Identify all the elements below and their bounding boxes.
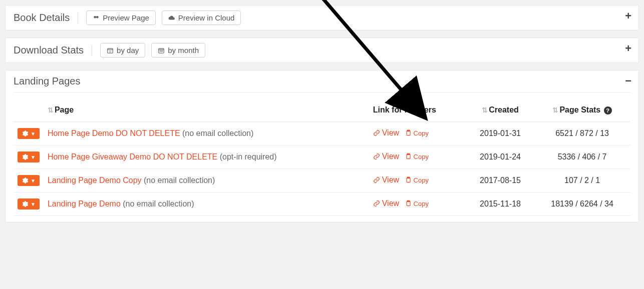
book-details-header: Book Details Preview Page Preview in Clo… <box>6 6 638 30</box>
download-stats-header: Download Stats 31 by day by month <box>6 38 638 62</box>
copy-link[interactable]: Copy <box>405 153 429 160</box>
expand-book-details-button[interactable]: + <box>625 10 631 22</box>
landing-page-link[interactable]: Landing Page Demo <box>48 200 121 208</box>
divider <box>14 92 630 92</box>
page-stats: 107 / 2 / 1 <box>534 169 630 192</box>
sort-icon: ⇅ <box>48 106 53 114</box>
copy-link[interactable]: Copy <box>405 200 429 208</box>
book-details-panel: Book Details Preview Page Preview in Clo… <box>5 5 639 30</box>
landing-pages-header: Landing Pages <box>6 70 638 92</box>
calendar-month-icon <box>158 47 165 54</box>
landing-page-link[interactable]: Home Page Giveaway Demo DO NOT DELETE <box>48 152 217 161</box>
view-link[interactable]: View <box>373 199 399 208</box>
page-stats: 6521 / 872 / 13 <box>534 122 630 146</box>
table-row: ▼ Landing Page Demo Copy (no email colle… <box>14 169 630 192</box>
col-created-header[interactable]: ⇅Created <box>467 98 534 122</box>
gear-icon <box>22 130 29 137</box>
landing-pages-title: Landing Pages <box>14 76 80 87</box>
created-date: 2015-11-18 <box>467 192 534 216</box>
expand-download-stats-button[interactable]: + <box>625 43 631 54</box>
landing-page-note: (no email collection) <box>180 129 254 138</box>
col-link-header: Link for Readers <box>369 98 467 122</box>
link-icon <box>373 130 380 136</box>
copy-link[interactable]: Copy <box>405 130 429 137</box>
by-month-label: by month <box>168 46 199 54</box>
landing-page-note: (opt-in required) <box>217 152 276 161</box>
svg-text:31: 31 <box>109 50 112 52</box>
sort-icon: ⇅ <box>552 106 557 114</box>
table-row: ▼ Home Page Giveaway Demo DO NOT DELETE … <box>14 146 630 169</box>
preview-page-label: Preview Page <box>103 14 149 22</box>
landing-page-link[interactable]: Home Page Demo DO NOT DELETE <box>48 129 180 138</box>
view-link[interactable]: View <box>373 128 399 138</box>
by-month-button[interactable]: by month <box>151 43 205 58</box>
caret-down-icon: ▼ <box>31 131 36 136</box>
landing-pages-body: ⇅Page Link for Readers ⇅Created ⇅Page St… <box>6 92 638 222</box>
link-icon <box>373 176 380 184</box>
link-icon <box>373 153 380 160</box>
created-date: 2017-08-15 <box>467 169 534 192</box>
download-stats-panel: Download Stats 31 by day by month + <box>5 38 639 63</box>
divider <box>78 12 78 24</box>
gear-icon <box>22 154 29 160</box>
caret-down-icon: ▼ <box>31 178 36 184</box>
preview-cloud-button[interactable]: Preview in Cloud <box>162 10 241 25</box>
binoculars-icon <box>93 14 100 22</box>
preview-page-button[interactable]: Preview Page <box>86 10 156 25</box>
row-actions-button[interactable]: ▼ <box>18 198 40 210</box>
table-row: ▼ Home Page Demo DO NOT DELETE (no email… <box>14 122 630 146</box>
divider <box>92 45 92 56</box>
caret-down-icon: ▼ <box>31 154 36 160</box>
download-stats-title: Download Stats <box>14 44 84 56</box>
landing-page-link[interactable]: Landing Page Demo Copy <box>48 176 142 184</box>
by-day-label: by day <box>117 46 139 54</box>
landing-pages-table: ⇅Page Link for Readers ⇅Created ⇅Page St… <box>14 98 630 216</box>
clipboard-icon <box>405 200 412 207</box>
landing-page-note: (no email collection) <box>121 200 194 208</box>
cloud-icon <box>168 14 175 22</box>
clipboard-icon <box>405 153 412 160</box>
help-icon[interactable]: ? <box>604 106 612 114</box>
created-date: 2019-01-31 <box>467 122 534 146</box>
copy-link[interactable]: Copy <box>405 176 429 184</box>
col-page-header[interactable]: ⇅Page <box>44 98 369 122</box>
page-stats: 5336 / 406 / 7 <box>534 146 630 169</box>
landing-page-note: (no email collection) <box>142 176 215 184</box>
gear-icon <box>22 200 29 208</box>
preview-cloud-label: Preview in Cloud <box>178 14 235 22</box>
row-actions-button[interactable]: ▼ <box>18 175 40 186</box>
table-row: ▼ Landing Page Demo (no email collection… <box>14 192 630 216</box>
page-stats: 18139 / 6264 / 34 <box>534 192 630 216</box>
row-actions-button[interactable]: ▼ <box>18 128 40 139</box>
landing-pages-panel: Landing Pages − ⇅Page Link for Readers ⇅… <box>5 70 639 222</box>
created-date: 2019-01-24 <box>467 146 534 169</box>
sort-icon: ⇅ <box>482 106 487 114</box>
view-link[interactable]: View <box>373 152 399 161</box>
row-actions-button[interactable]: ▼ <box>18 152 40 162</box>
book-details-title: Book Details <box>14 12 70 24</box>
collapse-landing-pages-button[interactable]: − <box>625 76 631 86</box>
clipboard-icon <box>405 176 412 184</box>
calendar-day-icon: 31 <box>107 47 114 54</box>
by-day-button[interactable]: 31 by day <box>100 43 145 58</box>
view-link[interactable]: View <box>373 176 399 184</box>
col-stats-header[interactable]: ⇅Page Stats ? <box>534 98 630 122</box>
link-icon <box>373 200 380 207</box>
caret-down-icon: ▼ <box>31 202 36 207</box>
clipboard-icon <box>405 130 412 136</box>
gear-icon <box>22 177 29 184</box>
